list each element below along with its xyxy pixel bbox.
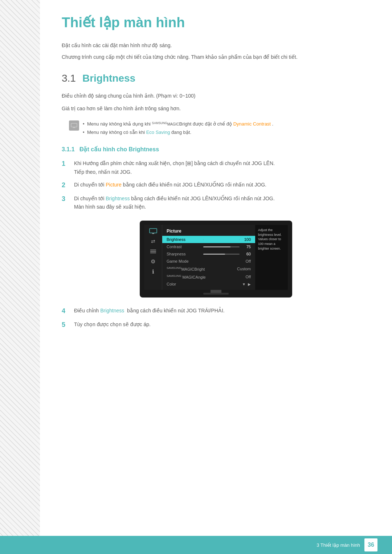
- menu-item-magic-angle: SAMSUNG MAGICAngle Off: [162, 273, 255, 281]
- menu-item-contrast: Contrast 75: [162, 243, 255, 250]
- svg-rect-3: [150, 229, 157, 233]
- step-3: 3 Di chuyển tới Brightness bằng cách điề…: [62, 194, 370, 212]
- monitor-icon-arrows: ⇄: [149, 238, 158, 245]
- section-body-1: Điều chỉnh độ sáng chung của hình ảnh. (…: [62, 91, 370, 100]
- chapter-title: Thiết lập màn hình: [62, 15, 370, 30]
- subsection-title: Đặt cấu hình cho Brightness: [79, 146, 159, 152]
- steps-list: 1 Khi Hướng dẫn phím chức năng xuất hiện…: [62, 159, 370, 212]
- step-2: 2 Di chuyển tới Picture bằng cách điều k…: [62, 181, 370, 190]
- step-5-text: Tùy chọn được chọn sẽ được áp.: [74, 320, 370, 329]
- monitor-sidebar: ⇄ ⚙ ℹ: [144, 225, 162, 290]
- monitor-icon-info: ℹ: [149, 268, 158, 275]
- monitor-outer: ⇄ ⚙ ℹ: [140, 221, 292, 297]
- note-box: Menu này không khả dụng khi SAMSUNGMAGIC…: [69, 120, 370, 137]
- menu-item-sharpness: Sharpness 60: [162, 250, 255, 258]
- section-body-2: Giá trị cao hơn sẽ làm cho hình ảnh trôn…: [62, 104, 370, 113]
- note-icon: [69, 120, 79, 131]
- sidebar-pattern: [0, 0, 40, 554]
- monitor-menu: Picture Brightness 100 Contrast: [162, 225, 255, 290]
- monitor-stand: [211, 290, 221, 293]
- section-3-1-heading: 3.1 Brightness: [62, 73, 370, 84]
- menu-item-color: Color ▼ ▶: [162, 280, 255, 288]
- section-number: 3.1: [62, 73, 76, 84]
- intro-paragraph-1: Đặt cấu hình các cài đặt màn hình như độ…: [62, 41, 370, 50]
- monitor-screen: ⇄ ⚙ ℹ: [144, 225, 288, 290]
- menu-item-game-mode: Game Mode Off: [162, 258, 255, 265]
- footer-text: 3 Thiết lập màn hình: [317, 542, 360, 548]
- menu-header: Picture: [162, 227, 255, 236]
- monitor-icon-display: [149, 228, 158, 234]
- intro-paragraph-2: Chương trình cung cấp một chi tiết của t…: [62, 53, 370, 62]
- monitor-info-panel: Adjust the brightness level. Values clos…: [255, 225, 288, 290]
- monitor-base: [203, 293, 229, 295]
- section-title: Brightness: [82, 73, 135, 84]
- page-number: 36: [364, 538, 377, 551]
- menu-item-magic-bright: SAMSUNGMAGICBright Custom: [162, 265, 255, 273]
- monitor-screenshot: ⇄ ⚙ ℹ: [62, 221, 370, 297]
- steps-list-2: 4 Điều chỉnh Brightness bằng cách điều k…: [62, 307, 370, 329]
- page-footer: 3 Thiết lập màn hình 36: [0, 536, 392, 554]
- note-item-1: Menu này không khả dụng khi SAMSUNGMAGIC…: [83, 120, 273, 128]
- svg-rect-0: [71, 123, 77, 127]
- step-5: 5 Tùy chọn được chọn sẽ được áp.: [62, 320, 370, 329]
- note-list: Menu này không khả dụng khi SAMSUNGMAGIC…: [83, 120, 273, 137]
- subsection-3-1-1-heading: 3.1.1 Đặt cấu hình cho Brightness: [62, 146, 370, 153]
- monitor-info-text: Adjust the brightness level. Values clos…: [258, 228, 282, 250]
- monitor-icon-lines: [149, 248, 158, 255]
- monitor-icon-gear: ⚙: [149, 258, 158, 265]
- step-1: 1 Khi Hướng dẫn phím chức năng xuất hiện…: [62, 159, 370, 177]
- menu-item-brightness: Brightness 100: [162, 236, 255, 243]
- subsection-number: 3.1.1: [62, 146, 75, 152]
- step-4: 4 Điều chỉnh Brightness bằng cách điều k…: [62, 307, 370, 316]
- note-item-2: Menu này không có sẵn khi Eco Saving đan…: [83, 128, 273, 136]
